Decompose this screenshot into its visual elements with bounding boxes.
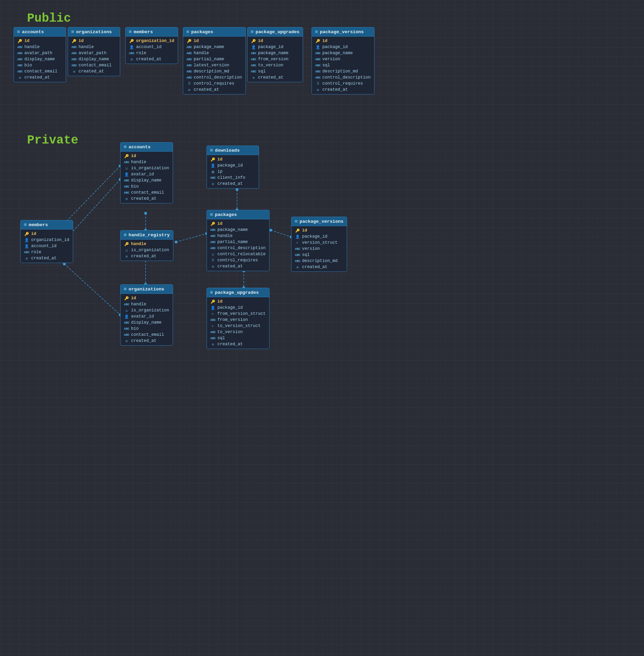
table-row: ⊢to_version_struct [207,323,269,329]
row-name: package_id [217,305,243,310]
table-row: ▤ip [207,169,259,175]
row-name: handle [131,302,146,307]
table-name: members [29,222,48,227]
row-type-icon: 🔑 [210,300,216,304]
table-row: ABCcontrol_description [312,74,374,81]
table-name: handle_registry [129,233,170,238]
row-type-icon: 👤 [24,238,29,242]
table-row: 🔑id [207,156,259,162]
row-type-icon: ABC [124,302,129,306]
row-type-icon: ⊢ [210,312,216,316]
row-type-icon: 🔑 [187,39,192,43]
row-name: is_organization [131,308,169,313]
row-type-icon: ABC [315,57,321,61]
table-row: ABCpackage_name [312,50,374,56]
row-type-icon: ☑ [210,252,216,257]
row-name: avatar_id [131,314,154,319]
row-name: sql [322,63,330,68]
row-name: created_at [131,338,156,343]
row-type-icon: 👤 [24,244,29,248]
table-row: 👤avatar_id [121,171,173,177]
svg-line-7 [64,264,120,315]
table-icon: ⊞ [210,290,213,295]
row-type-icon: ⊙ [210,182,216,186]
row-type-icon: 🔑 [17,39,23,43]
row-name: created_at [217,264,243,269]
row-type-icon: ☑ [124,166,129,171]
row-name: is_organization [131,166,169,171]
table-pub_organizations: ⊞organizations🔑idABChandleABCavatar_path… [68,27,120,76]
row-name: created_at [322,87,348,92]
table-row: 🔑handle [121,241,173,247]
table-priv_packages: ⊞packages🔑idABCpackage_nameABChandleABCp… [207,210,270,271]
table-row: 🔑id [121,295,173,301]
row-type-icon: ABC [315,51,321,55]
table-row: ABCpartial_name [183,56,245,62]
table-icon: ⊞ [124,232,127,238]
row-name: created_at [217,342,243,347]
table-row: ABCpackage_name [183,44,245,50]
table-row: ⊙created_at [68,68,120,74]
row-name: display_name [131,178,162,183]
table-name: packages [191,29,213,35]
row-type-icon: ABC [187,51,192,55]
row-name: package_name [217,227,248,232]
table-row: ABCfrom_version [207,317,269,323]
row-type-icon: ☑ [124,248,129,253]
table-priv_accounts: ⊞accounts🔑idABChandle☑is_organization👤av… [120,142,173,203]
row-name: version_struct [302,240,338,245]
table-row: ☑is_organization [121,247,173,253]
row-type-icon: ABC [124,160,129,164]
row-name: organization_id [31,238,69,242]
table-name: organizations [76,29,112,35]
row-name: version [322,57,340,62]
row-type-icon: ABC [210,318,216,322]
table-row: ABCdisplay_name [68,56,120,62]
row-name: created_at [258,75,283,80]
table-row: 👤account_id [126,44,178,50]
row-type-icon: ABC [71,45,77,49]
table-name: package_versions [300,219,344,224]
row-name: handle [217,234,233,238]
row-type-icon: ⊙ [295,265,300,269]
row-type-icon: 🔑 [24,232,29,236]
table-row: ABChandle [68,44,120,50]
table-row: ABCdescription_md [312,68,374,74]
row-type-icon: ⊙ [251,75,256,80]
row-name: description_md [322,69,358,74]
table-row: ⊙created_at [14,74,66,81]
row-type-icon: ⠿ [210,258,216,263]
table-row: 🔑organization_id [126,38,178,44]
row-name: description_md [194,69,229,74]
row-type-icon: ⊙ [315,88,321,92]
row-type-icon: ABC [210,228,216,232]
svg-point-17 [270,229,272,232]
row-name: created_at [79,69,104,74]
table-row: ABCclient_info [207,175,259,181]
row-name: sql [258,69,266,74]
row-name: package_id [322,45,348,49]
row-type-icon: 👤 [210,306,216,310]
table-priv_package_upgrades: ⊞package_upgrades🔑id👤package_id⊢from_ver… [207,288,270,349]
table-row: ABClatest_version [183,62,245,68]
row-type-icon: ABC [17,69,23,73]
table-row: ABCpartial_name [207,239,269,245]
row-type-icon: 🔑 [210,222,216,226]
table-row: ⊙created_at [207,263,269,269]
row-type-icon: ⊙ [124,339,129,343]
table-pub_packages: ⊞packages🔑idABCpackage_nameABChandleABCp… [183,27,246,94]
row-name: from_version [217,318,248,322]
row-type-icon: ABC [17,57,23,61]
row-name: avatar_path [79,51,107,56]
table-row: ABCfrom_version [248,56,303,62]
row-name: partial_name [194,57,224,62]
row-type-icon: ABC [315,63,321,67]
row-name: id [322,39,327,43]
row-type-icon: ⊙ [129,57,134,62]
row-type-icon: ABC [124,321,129,325]
row-type-icon: ⊙ [210,264,216,269]
row-name: role [136,51,146,56]
row-type-icon: ABC [187,45,192,49]
table-row: ⊙created_at [121,253,173,259]
table-row: ABCcontact_email [68,62,120,68]
